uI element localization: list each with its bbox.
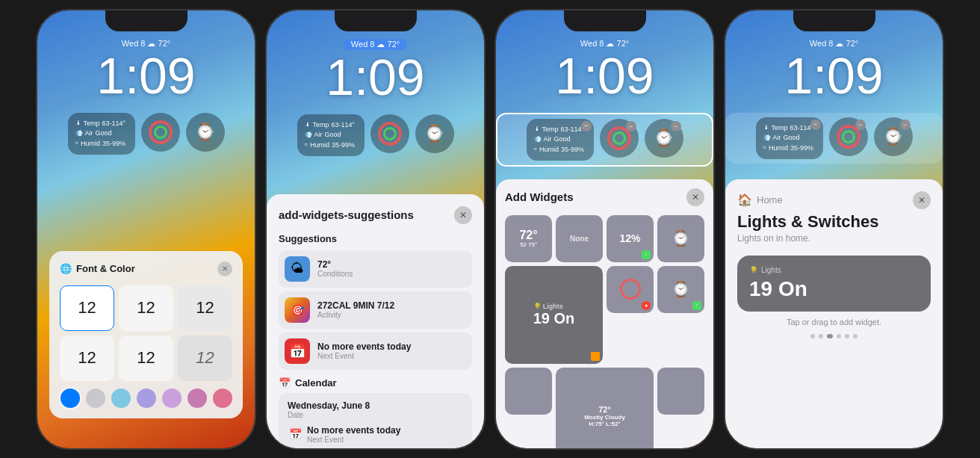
- time-3: 1:09: [555, 50, 654, 101]
- temp-val-1: 63-114°: [102, 119, 126, 129]
- watch-icon-2: ⌚: [424, 124, 444, 143]
- wg-lights-wide[interactable]: 💡Lights 19 On: [505, 266, 603, 364]
- air-val-1: Good: [96, 129, 112, 139]
- phone-4: Wed 8 ☁ 72° 1:09 🌡Temp63-114° 💨AirGood ≈…: [724, 9, 944, 450]
- calendar-widget[interactable]: Wednesday, June 8 Date 📅 No more events …: [279, 393, 472, 448]
- lights-widget[interactable]: 💡 Lights 19 On: [737, 256, 931, 312]
- remove-env-widget-4[interactable]: −: [810, 120, 821, 130]
- font-option-3[interactable]: 12: [178, 285, 232, 331]
- globe-icon: 🌐: [60, 263, 72, 274]
- calendar-event: 📅 No more events today Next Event: [288, 425, 463, 444]
- font-option-4[interactable]: 12: [60, 335, 114, 381]
- wg-watch-sm[interactable]: ⌚: [657, 215, 704, 262]
- phone-1: Wed 8 ☁ 72° 1:09 🌡Temp63-114° 💨AirGood ≈…: [36, 9, 256, 450]
- watch-widget-3[interactable]: ⌚ −: [645, 119, 683, 158]
- phone-3: Wed 8 ☁ 72° 1:09 🌡Temp63-114° 💨AirGood ≈…: [494, 9, 715, 450]
- watch-icon-sm: ⌚: [672, 229, 690, 247]
- widget-grid-container: 72°52 75° None 12% ↑ ⌚ 💡Lights 19 On: [505, 215, 704, 450]
- env-widget-2[interactable]: 🌡Temp63-114° 💨AirGood ≈Humid35-99%: [297, 114, 365, 157]
- widget-grid-panel: Add Widgets ✕ 72°52 75° None 12% ↑ ⌚ 💡Li: [496, 179, 713, 448]
- suggestion-cal-text: No more events today Next Event: [317, 341, 411, 360]
- humid-label-1: Humid: [81, 139, 100, 149]
- calendar-date: Wednesday, June 8: [288, 400, 463, 411]
- widget-row-3: 🌡Temp63-114° 💨AirGood ≈Humid35-99% − − ⌚…: [496, 113, 713, 167]
- lights-indicator: [591, 352, 600, 361]
- lights-label-grid: Lights: [543, 303, 563, 310]
- remove-activity-widget[interactable]: −: [626, 121, 636, 131]
- air-val-2: Good: [325, 130, 341, 140]
- time-2: 1:09: [326, 52, 424, 102]
- add-widgets-close-2[interactable]: ✕: [454, 206, 472, 224]
- color-gray[interactable]: [86, 389, 105, 408]
- suggestion-calendar[interactable]: 📅 No more events today Next Event: [279, 332, 472, 370]
- color-pink[interactable]: [187, 389, 207, 408]
- home-header: 🏠 Home ✕: [737, 191, 931, 209]
- dot-3: [827, 334, 833, 338]
- cal-event-sub: Next Event: [307, 436, 400, 444]
- widget-row-4: 🌡Temp63-114° 💨AirGood ≈Humid35-99% − − ⌚…: [725, 113, 943, 164]
- color-rose[interactable]: [213, 389, 232, 408]
- add-widgets-close-3[interactable]: ✕: [686, 188, 704, 206]
- activity-main: 272CAL 9MIN 7/12: [317, 300, 394, 311]
- suggestion-weather[interactable]: 🌤 72° Conditions: [279, 250, 472, 288]
- color-purple[interactable]: [162, 389, 182, 408]
- panel-close-btn[interactable]: ✕: [217, 262, 232, 276]
- add-widgets-panel-2: add-widgets-suggestions ✕ Suggestions 🌤 …: [267, 194, 484, 448]
- home-close-btn[interactable]: ✕: [913, 191, 931, 209]
- activity-sub: Activity: [317, 311, 394, 319]
- panel-header: 🌐 Font & Color ✕: [60, 262, 232, 276]
- remove-watch-widget[interactable]: −: [671, 121, 681, 131]
- weather-icon: 🌤: [285, 256, 310, 282]
- lights-on-text: 19 On: [533, 310, 575, 327]
- font-option-5[interactable]: 12: [119, 335, 173, 381]
- activity-widget-2[interactable]: [370, 114, 409, 153]
- calendar-label-text: Calendar: [295, 377, 337, 389]
- home-panel: 🏠 Home ✕ Lights & Switches Lights on in …: [725, 179, 943, 448]
- wg-calendar-sm[interactable]: None: [556, 215, 603, 262]
- font-option-1[interactable]: 12: [60, 285, 114, 331]
- dot-2: [819, 334, 823, 338]
- wg-watch-sm2[interactable]: ⌚ ↑: [657, 266, 704, 313]
- suggestions-label: Suggestions: [279, 233, 472, 244]
- remove-env-widget[interactable]: −: [581, 121, 592, 131]
- phone-2: Wed 8 ☁ 72° 1:09 🌡Temp63-114° 💨AirGood ≈…: [265, 9, 486, 450]
- color-cyan[interactable]: [111, 389, 131, 408]
- wg-weather-wide[interactable]: 72° Mostly Cloudy H:75° L:52° →: [556, 368, 654, 450]
- wg-weather-sm[interactable]: 72°52 75°: [505, 215, 552, 262]
- env-widget-4[interactable]: 🌡Temp63-114° 💨AirGood ≈Humid35-99% −: [756, 117, 823, 160]
- color-blue[interactable]: [61, 389, 80, 408]
- wg-empty[interactable]: [505, 368, 552, 415]
- activity-widget-1[interactable]: [141, 113, 180, 152]
- cal-event-text: No more events today Next Event: [307, 425, 400, 444]
- time-1: 1:09: [96, 50, 195, 101]
- tap-hint: Tap or drag to add widget.: [737, 318, 931, 327]
- pagination-dots: [737, 334, 931, 338]
- watch-widget-4[interactable]: ⌚ −: [874, 117, 913, 156]
- activity-ring-sm: [620, 279, 641, 300]
- font-option-2[interactable]: 12: [119, 285, 173, 331]
- lights-widget-value: 19 On: [749, 277, 919, 301]
- time-4: 1:09: [784, 50, 883, 101]
- watch-widget-1[interactable]: ⌚: [186, 113, 225, 152]
- cal-sub: Next Event: [317, 352, 411, 360]
- wg-activity-sm[interactable]: ●: [607, 266, 654, 313]
- lights-widget-label: 💡 Lights: [749, 266, 919, 274]
- panel-title-text: Font & Color: [76, 263, 135, 274]
- air-label-1: Air: [85, 129, 93, 139]
- suggestion-activity[interactable]: 🎯 272CAL 9MIN 7/12 Activity: [279, 291, 472, 329]
- remove-activity-4[interactable]: −: [855, 120, 866, 130]
- watch-widget-2[interactable]: ⌚: [415, 114, 454, 153]
- panel-top-2: add-widgets-suggestions ✕: [279, 206, 472, 224]
- cal-event-main: No more events today: [307, 425, 400, 436]
- color-lavender[interactable]: [137, 389, 156, 408]
- env-widget-3[interactable]: 🌡Temp63-114° 💨AirGood ≈Humid35-99% −: [527, 119, 594, 161]
- wg-placeholder[interactable]: [657, 368, 704, 415]
- humid-val-2: 35-99%: [332, 140, 355, 151]
- remove-watch-4[interactable]: −: [900, 120, 911, 130]
- activity-icon: 🎯: [285, 297, 310, 323]
- env-widget-1[interactable]: 🌡Temp63-114° 💨AirGood ≈Humid35-99%: [68, 113, 135, 155]
- wg-battery-sm[interactable]: 12% ↑: [607, 215, 654, 262]
- activity-widget-3[interactable]: −: [600, 119, 639, 158]
- font-option-6[interactable]: 12: [178, 335, 232, 381]
- activity-widget-4[interactable]: −: [829, 117, 868, 156]
